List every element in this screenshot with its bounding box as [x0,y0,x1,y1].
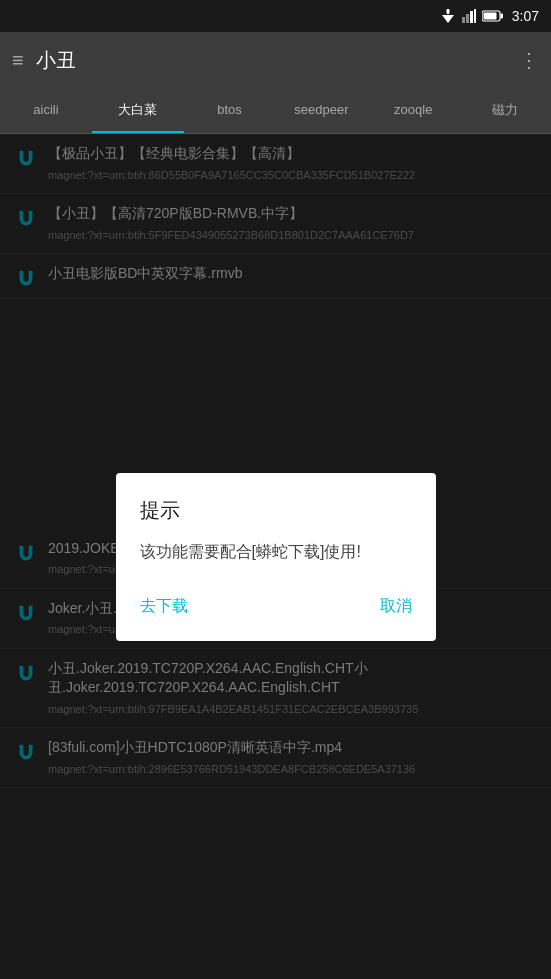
signal-icon [462,9,476,23]
wifi-icon [440,9,456,23]
tab-zooqle[interactable]: zooqle [367,88,459,133]
tab-dabaicai[interactable]: 大白菜 [92,88,184,133]
tab-aicili[interactable]: aicili [0,88,92,133]
svg-marker-0 [442,15,454,23]
svg-rect-5 [474,9,476,23]
tab-seedpeer[interactable]: seedpeer [275,88,367,133]
toolbar: ≡ 小丑 ⋮ [0,32,551,88]
tab-btos[interactable]: btos [184,88,276,133]
status-bar: 3:07 [0,0,551,32]
svg-rect-8 [483,13,496,20]
status-icons [440,9,504,23]
svg-rect-2 [462,17,465,23]
svg-rect-7 [500,14,503,19]
dialog-cancel-button[interactable]: 取消 [380,588,412,625]
dialog-message: 该功能需要配合[蟒蛇下载]使用! [140,540,412,564]
svg-rect-4 [470,11,473,23]
tab-cili[interactable]: 磁力 [459,88,551,133]
battery-icon [482,10,504,22]
svg-rect-3 [466,14,469,23]
dialog-overlay: 提示 该功能需要配合[蟒蛇下载]使用! 去下载 取消 [0,134,551,979]
tabs: aicili 大白菜 btos seedpeer zooqle 磁力 [0,88,551,134]
svg-rect-1 [446,9,449,14]
dialog-title: 提示 [140,497,412,524]
status-time: 3:07 [512,8,539,24]
dialog: 提示 该功能需要配合[蟒蛇下载]使用! 去下载 取消 [116,473,436,641]
more-icon[interactable]: ⋮ [519,48,539,72]
dialog-confirm-button[interactable]: 去下载 [140,588,188,625]
dialog-actions: 去下载 取消 [140,588,412,625]
menu-icon[interactable]: ≡ [12,49,24,72]
toolbar-title: 小丑 [36,47,507,74]
content-area: 【极品小丑】【经典电影合集】【高清】 magnet:?xt=urn:btih:8… [0,134,551,979]
